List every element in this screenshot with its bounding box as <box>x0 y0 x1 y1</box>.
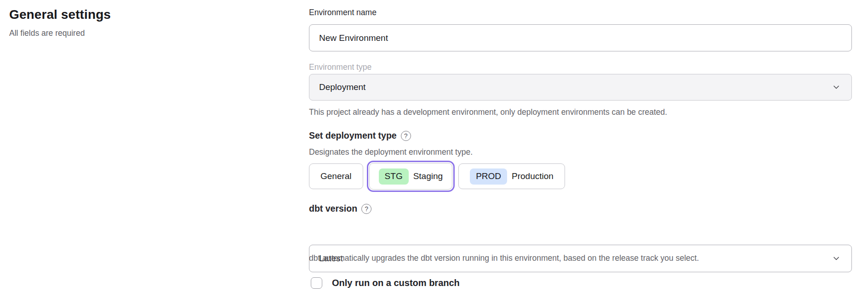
staging-button-label: Staging <box>413 171 443 181</box>
deployment-type-label-text: Set deployment type <box>309 130 397 141</box>
deployment-type-staging-button[interactable]: STG Staging <box>369 163 453 190</box>
custom-branch-row: Only run on a custom branch <box>311 277 460 289</box>
custom-branch-checkbox[interactable] <box>311 277 322 289</box>
settings-header: General settings All fields are required <box>9 7 248 38</box>
settings-form: Environment name New Environment Environ… <box>309 0 852 303</box>
production-button-label: Production <box>512 171 554 181</box>
production-badge: PROD <box>470 168 507 185</box>
deployment-type-button-group: General STG Staging PROD Production <box>309 160 565 192</box>
custom-branch-label: Only run on a custom branch <box>332 278 460 288</box>
deployment-type-production-button[interactable]: PROD Production <box>458 163 565 189</box>
environment-type-select: Deployment <box>309 74 852 101</box>
environment-type-helper: This project already has a development e… <box>309 107 667 117</box>
staging-selected-ring: STG Staging <box>367 161 455 192</box>
environment-type-label: Environment type <box>309 62 371 72</box>
dbt-version-label: dbt version ? <box>309 203 371 214</box>
help-icon[interactable]: ? <box>401 131 411 141</box>
page-title: General settings <box>9 7 248 22</box>
chevron-down-icon <box>832 83 840 91</box>
staging-badge: STG <box>379 168 409 185</box>
dbt-version-helper: dbt automatically upgrades the dbt versi… <box>309 253 699 263</box>
page-subtitle: All fields are required <box>9 28 248 38</box>
dbt-version-label-text: dbt version <box>309 203 357 214</box>
chevron-down-icon <box>832 254 840 263</box>
general-settings-page: General settings All fields are required… <box>0 0 868 303</box>
environment-name-value: New Environment <box>319 33 388 43</box>
environment-name-input[interactable]: New Environment <box>309 24 852 51</box>
deployment-type-description: Designates the deployment environment ty… <box>309 147 473 157</box>
environment-name-label: Environment name <box>309 8 377 17</box>
help-icon[interactable]: ? <box>361 204 371 214</box>
environment-type-value: Deployment <box>319 82 365 92</box>
deployment-type-general-button[interactable]: General <box>309 163 363 189</box>
general-button-label: General <box>320 171 352 181</box>
deployment-type-label: Set deployment type ? <box>309 130 411 141</box>
